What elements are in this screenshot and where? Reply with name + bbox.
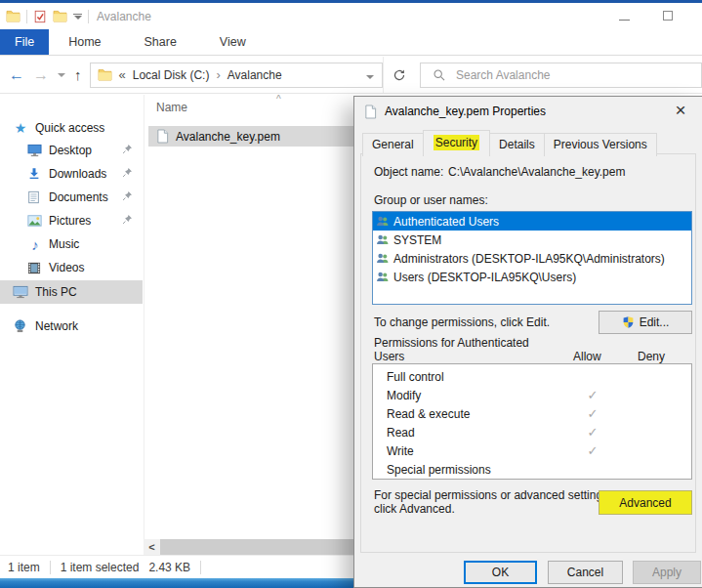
permissions-label-line1: Permissions for Authenticated: [374, 336, 529, 350]
permissions-listbox[interactable]: Full control Modify ✓ Read & execute ✓ R…: [372, 363, 692, 480]
perm-row-write[interactable]: Write ✓: [373, 441, 691, 460]
sidebar-item-label: Desktop: [49, 144, 92, 157]
ok-button[interactable]: OK: [464, 561, 537, 584]
edit-button[interactable]: Edit...: [599, 311, 692, 334]
sidebar-item-label: Music: [49, 237, 79, 251]
perm-name: Read: [387, 426, 415, 440]
acl-name: Authenticated Users: [393, 215, 499, 229]
column-header-name[interactable]: Name: [156, 101, 187, 114]
acl-row-users[interactable]: Users (DESKTOP-ILA95KQ\Users): [373, 268, 691, 286]
sidebar-item-downloads[interactable]: Downloads: [0, 162, 143, 186]
perm-row-read[interactable]: Read ✓: [373, 423, 691, 441]
tab-view[interactable]: View: [206, 29, 260, 55]
acl-row-authenticated-users[interactable]: Authenticated Users: [373, 212, 691, 231]
allow-checkmark: ✓: [580, 406, 605, 421]
sidebar-item-videos[interactable]: Videos: [0, 256, 143, 279]
scroll-left-arrow-icon[interactable]: <: [144, 539, 160, 555]
allow-checkmark: ✓: [580, 425, 605, 440]
cancel-button[interactable]: Cancel: [548, 561, 623, 584]
downloads-icon: [27, 167, 43, 181]
pin-icon: [122, 167, 133, 178]
file-icon: [156, 129, 169, 144]
up-icon[interactable]: ↑: [74, 67, 82, 82]
qat-customize-chevron-icon[interactable]: [73, 14, 82, 20]
breadcrumb-separator-icon[interactable]: ›: [216, 67, 220, 82]
music-note-icon: ♪: [27, 236, 43, 253]
edit-button-label: Edit...: [640, 315, 670, 329]
sidebar-item-desktop[interactable]: Desktop: [0, 139, 143, 162]
apply-button[interactable]: Apply: [633, 561, 701, 584]
documents-icon: [27, 190, 43, 204]
new-folder-icon[interactable]: [53, 10, 67, 22]
sort-ascending-icon[interactable]: ^: [276, 94, 281, 105]
tab-file[interactable]: File: [0, 29, 49, 55]
tab-home[interactable]: Home: [55, 29, 114, 55]
group-user-listbox[interactable]: Authenticated Users SYSTEM Administrator…: [372, 211, 692, 305]
user-group-icon: [376, 215, 390, 228]
sidebar-item-pictures[interactable]: Pictures: [0, 209, 143, 232]
sidebar-item-documents[interactable]: Documents: [0, 186, 143, 209]
dialog-title: Avalanche_key.pem Properties: [385, 105, 546, 118]
search-box[interactable]: [420, 63, 702, 88]
search-input[interactable]: [456, 64, 701, 86]
perm-row-read-execute[interactable]: Read & execute ✓: [373, 404, 691, 423]
nav-buttons: ← → ↑: [0, 67, 90, 83]
perm-row-full-control[interactable]: Full control: [373, 367, 691, 386]
breadcrumb-item-avalanche[interactable]: Avalanche: [227, 68, 282, 82]
address-bar[interactable]: « Local Disk (C:) › Avalanche: [90, 63, 384, 88]
file-row-avalanche-key[interactable]: Avalanche_key.pem: [148, 126, 353, 147]
refresh-icon: [392, 68, 406, 82]
network-icon: [13, 319, 28, 333]
dialog-tab-strip: General Security Details Previous Versio…: [362, 133, 656, 156]
breadcrumb: « Local Disk (C:) › Avalanche: [91, 67, 359, 82]
deny-column-header: Deny: [638, 350, 665, 363]
ribbon-tab-bar: File Home Share View: [0, 29, 702, 56]
acl-name: SYSTEM: [393, 233, 441, 247]
file-name: Avalanche_key.pem: [176, 130, 280, 144]
recent-locations-chevron-icon[interactable]: [58, 73, 65, 77]
advanced-button[interactable]: Advanced: [599, 490, 692, 515]
address-dropdown-chevron-icon[interactable]: [358, 68, 382, 82]
sidebar-item-label: Downloads: [49, 167, 106, 181]
minimize-button[interactable]: [619, 10, 630, 23]
tab-general[interactable]: General: [362, 133, 424, 156]
sidebar-item-quick-access[interactable]: ★ Quick access: [0, 116, 143, 140]
tab-previous-versions[interactable]: Previous Versions: [544, 133, 657, 156]
sidebar-item-this-pc[interactable]: This PC: [0, 280, 143, 304]
sidebar-item-network[interactable]: Network: [0, 315, 143, 338]
acl-row-system[interactable]: SYSTEM: [373, 231, 691, 249]
properties-dialog: Avalanche_key.pem Properties × General S…: [353, 96, 702, 588]
app-folder-icon: [6, 10, 21, 22]
tab-security[interactable]: Security: [423, 130, 490, 156]
breadcrumb-item-local-disk[interactable]: Local Disk (C:): [133, 68, 210, 82]
refresh-button[interactable]: [383, 57, 414, 93]
address-folder-icon: [98, 68, 112, 81]
perm-row-special-permissions[interactable]: Special permissions: [373, 460, 691, 479]
maximize-button[interactable]: [663, 10, 673, 23]
desktop-icon: [27, 144, 43, 157]
perm-row-modify[interactable]: Modify ✓: [373, 386, 691, 404]
scrollbar-thumb[interactable]: [160, 539, 353, 555]
acl-row-administrators[interactable]: Administrators (DESKTOP-ILA95KQ\Administ…: [373, 249, 691, 268]
breadcrumb-overflow-chevron[interactable]: «: [119, 67, 126, 82]
perm-name: Full control: [387, 370, 444, 384]
sidebar-item-music[interactable]: ♪ Music: [0, 232, 143, 256]
status-divider: [200, 561, 201, 574]
properties-check-icon[interactable]: [33, 10, 47, 23]
tab-share[interactable]: Share: [131, 29, 190, 55]
dialog-close-icon[interactable]: ×: [665, 99, 696, 122]
status-divider: [50, 561, 51, 574]
permissions-label-line2: Users: [374, 350, 404, 363]
sidebar-item-label: Documents: [49, 190, 108, 204]
pictures-icon: [27, 215, 43, 227]
user-group-icon: [376, 271, 390, 283]
uac-shield-icon: [622, 315, 635, 329]
window-title: Avalanche: [97, 10, 151, 23]
dialog-title-bar: Avalanche_key.pem Properties: [354, 97, 702, 126]
advanced-hint-line1: For special permissions or advanced sett…: [374, 488, 611, 502]
horizontal-scrollbar[interactable]: <: [144, 539, 353, 555]
forward-icon[interactable]: →: [33, 67, 49, 83]
tab-details[interactable]: Details: [489, 133, 545, 156]
acl-name: Users (DESKTOP-ILA95KQ\Users): [393, 271, 576, 284]
back-icon[interactable]: ←: [9, 67, 24, 83]
